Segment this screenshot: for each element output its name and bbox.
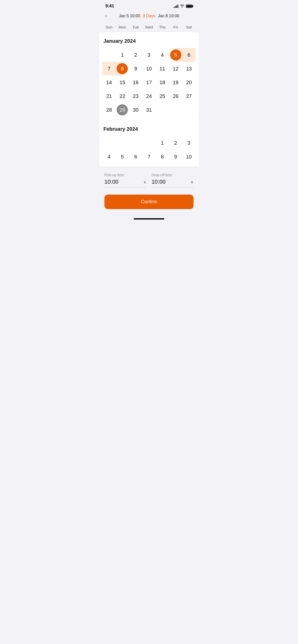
february-title: February 2024: [102, 126, 196, 132]
status-time: 9:41: [105, 4, 114, 9]
table-row[interactable]: 11: [156, 62, 169, 76]
table-row: [142, 136, 156, 150]
table-row[interactable]: 3: [182, 136, 196, 150]
day-header-tue: Tue: [129, 23, 142, 31]
table-row[interactable]: 29: [116, 103, 129, 117]
table-row[interactable]: 18: [156, 76, 169, 89]
pickup-label: Pick-up time: [104, 173, 146, 177]
status-bar: 9:41: [99, 0, 199, 11]
pickup-time-picker: Pick-up time 10:00 ∨: [104, 173, 146, 187]
table-row[interactable]: 9: [169, 150, 182, 164]
table-row[interactable]: 7: [102, 62, 116, 76]
bottom-section: Pick-up time 10:00 ∨ Drop-off time 10:00…: [99, 167, 199, 191]
table-row[interactable]: 28: [102, 103, 116, 117]
table-row: [182, 103, 196, 117]
table-row[interactable]: 26: [169, 89, 182, 103]
signal-icon: [174, 4, 178, 8]
table-row[interactable]: 8: [156, 150, 169, 164]
pickup-time-selector[interactable]: 10:00 ∨: [104, 179, 146, 187]
january-title: January 2024: [102, 38, 196, 44]
january-section: January 2024 123456789101112131415161718…: [99, 32, 199, 120]
table-row[interactable]: 27: [182, 89, 196, 103]
table-row: [156, 103, 169, 117]
table-row[interactable]: 8: [116, 62, 129, 76]
dropoff-time-picker: Drop-off time 10:00 ∨: [152, 173, 194, 187]
table-row[interactable]: 14: [102, 76, 116, 89]
table-row[interactable]: 16: [129, 76, 142, 89]
day-header-wed: Wed: [142, 23, 156, 31]
pickup-time-value: 10:00: [104, 179, 118, 185]
day-header-mon: Mon: [116, 23, 129, 31]
table-row: [169, 103, 182, 117]
table-row[interactable]: 3: [142, 48, 156, 62]
table-row[interactable]: 30: [129, 103, 142, 117]
table-row[interactable]: 23: [129, 89, 142, 103]
february-grid: 12345678910: [102, 136, 196, 164]
table-row[interactable]: 31: [142, 103, 156, 117]
home-bar: [134, 218, 164, 219]
day-header-fri: Fri: [169, 23, 182, 31]
status-icons: [174, 4, 193, 8]
dropoff-chevron-icon: ∨: [191, 180, 194, 184]
calendar-container: January 2024 123456789101112131415161718…: [99, 32, 199, 167]
end-date-label: Jan 8 10:00: [158, 14, 179, 18]
date-range-display: Jan 5 10:00 3 Days Jan 8 10:00: [119, 14, 179, 18]
battery-icon: [186, 5, 193, 8]
table-row[interactable]: 24: [142, 89, 156, 103]
table-row[interactable]: 25: [156, 89, 169, 103]
dropoff-time-selector[interactable]: 10:00 ∨: [152, 179, 194, 187]
table-row[interactable]: 5: [116, 150, 129, 164]
table-row[interactable]: 12: [169, 62, 182, 76]
dropoff-time-value: 10:00: [152, 179, 166, 185]
table-row[interactable]: 1: [116, 48, 129, 62]
time-pickers: Pick-up time 10:00 ∨ Drop-off time 10:00…: [104, 173, 194, 187]
dropoff-label: Drop-off time: [152, 173, 194, 177]
wifi-icon: [180, 4, 184, 8]
table-row[interactable]: 10: [142, 62, 156, 76]
table-row[interactable]: 6: [182, 48, 196, 62]
home-indicator: [99, 216, 199, 224]
day-header-sat: Sat: [182, 23, 196, 31]
january-grid: 1234567891011121314151617181920212223242…: [102, 48, 196, 117]
table-row[interactable]: 19: [169, 76, 182, 89]
table-row[interactable]: 15: [116, 76, 129, 89]
table-row[interactable]: 4: [102, 150, 116, 164]
table-row: [129, 136, 142, 150]
day-headers-row: Sun Mon Tue Wed Thu Fri Sat: [99, 21, 199, 32]
table-row[interactable]: 13: [182, 62, 196, 76]
pickup-chevron-icon: ∨: [143, 180, 146, 184]
table-row[interactable]: 6: [129, 150, 142, 164]
table-row[interactable]: 7: [142, 150, 156, 164]
date-range-header: × Jan 5 10:00 3 Days Jan 8 10:00: [99, 11, 199, 21]
start-date-label: Jan 5 10:00: [119, 14, 140, 18]
table-row[interactable]: 10: [182, 150, 196, 164]
february-section: February 2024 12345678910: [99, 120, 199, 167]
table-row: [102, 136, 116, 150]
close-button[interactable]: ×: [104, 13, 107, 19]
table-row[interactable]: 2: [129, 48, 142, 62]
table-row[interactable]: 21: [102, 89, 116, 103]
table-row[interactable]: 22: [116, 89, 129, 103]
table-row[interactable]: 4: [156, 48, 169, 62]
table-row: [102, 48, 116, 62]
duration-label: 3 Days: [143, 14, 155, 18]
table-row[interactable]: 1: [156, 136, 169, 150]
table-row: [116, 136, 129, 150]
day-header-sun: Sun: [102, 23, 116, 31]
confirm-button[interactable]: Confirm: [104, 195, 194, 209]
table-row[interactable]: 20: [182, 76, 196, 89]
table-row[interactable]: 5: [169, 48, 182, 62]
table-row[interactable]: 17: [142, 76, 156, 89]
table-row[interactable]: 9: [129, 62, 142, 76]
day-header-thu: Thu: [156, 23, 169, 31]
table-row[interactable]: 2: [169, 136, 182, 150]
